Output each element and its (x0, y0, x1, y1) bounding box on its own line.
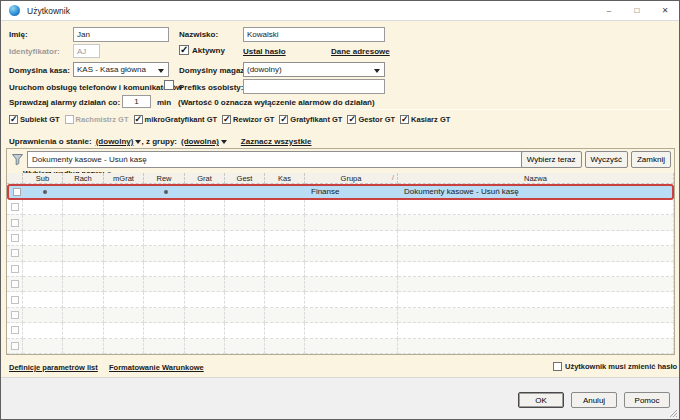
default-cash-select[interactable]: KAS - Kasa główna (73, 62, 169, 77)
row-checkbox[interactable] (11, 203, 19, 211)
table-cell (104, 308, 144, 323)
conditional-formatting-link[interactable]: Formatowanie Warunkowe (109, 363, 204, 372)
table-row[interactable] (7, 308, 674, 323)
table-row[interactable] (7, 215, 674, 230)
active-checkbox-box[interactable] (179, 45, 189, 55)
row-checkbox[interactable] (11, 342, 19, 350)
resize-grip[interactable] (669, 409, 678, 418)
list-parameters-link[interactable]: Definicje parametrów list (9, 363, 98, 372)
column-header-kas[interactable]: Kas (265, 173, 305, 184)
permissions-state-label: Uprawnienia o stanie: (9, 137, 92, 146)
address-data-link[interactable]: Dane adresowe (331, 47, 390, 56)
product-label: Gratyfikant GT (290, 115, 342, 124)
row-checkbox[interactable] (11, 234, 19, 242)
must-change-password-checkbox[interactable]: Użytkownik musi zmienić hasło (553, 362, 677, 371)
set-password-link[interactable]: Ustal hasło (243, 47, 286, 56)
maximize-button[interactable]: □ (623, 1, 651, 20)
group-dropdown-value: (dowolna) (181, 137, 219, 146)
select-all-link[interactable]: Zaznacz wszystkie (241, 137, 312, 146)
column-header-grupa[interactable]: Grupa/ (305, 173, 398, 184)
table-cell (398, 339, 674, 354)
checkbox-box[interactable] (279, 115, 288, 124)
column-header-nazwa[interactable]: Nazwa (398, 173, 674, 184)
phones-checkbox[interactable] (164, 80, 174, 90)
state-dropdown[interactable]: (dowolny) (96, 137, 142, 146)
permissions-panel: Dokumenty kasowe - Usuń kasę Wybierz ter… (6, 148, 675, 355)
column-header-mgrat[interactable]: mGrat (104, 173, 144, 184)
product-checkbox-mikrogratyfikant-gt[interactable]: mikroGratyfikant GT (134, 115, 218, 124)
user-dialog: Użytkownik – □ ✕ Imię: Jan Nazwisko: Kow… (0, 0, 680, 420)
checkbox-box[interactable] (400, 115, 409, 124)
minimize-button[interactable]: – (595, 1, 623, 20)
group-dropdown[interactable]: (dowolna) (181, 137, 227, 146)
row-checkbox[interactable] (11, 280, 19, 288)
checkbox-box[interactable] (9, 115, 18, 124)
table-cell (23, 339, 63, 354)
checkbox-box[interactable] (134, 115, 143, 124)
row-checkbox[interactable] (11, 296, 19, 304)
row-checkbox[interactable] (13, 188, 21, 196)
column-header-rew[interactable]: Rew (144, 173, 185, 184)
table-row[interactable] (7, 277, 674, 292)
table-row[interactable] (7, 246, 674, 261)
table-cell (225, 262, 265, 277)
table-row-selected[interactable]: FinanseDokumenty kasowe - Usuń kasę (7, 184, 674, 200)
product-checkbox-rewizor-gt[interactable]: Rewizor GT (222, 115, 274, 124)
table-row[interactable] (7, 323, 674, 338)
product-checkbox-kasiarz-gt[interactable]: Kasiarz GT (400, 115, 450, 124)
table-cell (104, 323, 144, 338)
table-cell (144, 323, 185, 338)
clear-button[interactable]: Wyczyść (585, 151, 628, 168)
default-cash-label: Domyślna kasa: (9, 66, 70, 75)
close-panel-button[interactable]: Zamknij (631, 151, 671, 168)
cancel-button[interactable]: Anuluj (571, 392, 617, 408)
table-cell (225, 231, 265, 246)
table-row[interactable] (7, 262, 674, 277)
table-row[interactable] (7, 339, 674, 354)
must-change-password-box[interactable] (553, 362, 562, 371)
ok-button[interactable]: OK (518, 392, 564, 408)
checkbox-box[interactable] (222, 115, 231, 124)
table-cell (265, 215, 305, 230)
column-header-rach[interactable]: Rach (63, 173, 104, 184)
select-now-button[interactable]: Wybierz teraz (521, 151, 582, 168)
row-checkbox[interactable] (11, 249, 19, 257)
active-checkbox[interactable]: Aktywny (179, 45, 225, 55)
column-header-sub[interactable]: Sub (23, 173, 63, 184)
table-cell (63, 292, 104, 307)
row-checkbox[interactable] (11, 265, 19, 273)
permission-filter-value: Dokumenty kasowe - Usuń kasę (32, 155, 147, 164)
checkbox-box[interactable] (347, 115, 356, 124)
table-cell (187, 186, 227, 198)
default-warehouse-select[interactable]: (dowolny) (243, 62, 385, 77)
column-header-checkbox[interactable] (7, 173, 23, 184)
table-cell (305, 339, 398, 354)
product-checkbox-gestor-gt[interactable]: Gestor GT (347, 115, 395, 124)
alarms-hint: (Wartość 0 oznacza wyłączenie alarmów do… (178, 98, 375, 107)
alarms-interval-input[interactable]: 1 (122, 95, 151, 108)
table-cell (398, 246, 674, 261)
table-cell (104, 231, 144, 246)
row-checkbox[interactable] (11, 311, 19, 319)
column-header-gest[interactable]: Gest (225, 173, 265, 184)
table-row[interactable] (7, 200, 674, 215)
help-button[interactable]: Pomoc (624, 392, 670, 408)
table-cell (265, 200, 305, 215)
row-checkbox[interactable] (11, 219, 19, 227)
table-row[interactable] (7, 231, 674, 246)
titlebar: Użytkownik – □ ✕ (1, 1, 679, 21)
checkbox-cell (9, 186, 25, 198)
permission-filter-combo[interactable]: Dokumenty kasowe - Usuń kasę (27, 151, 542, 168)
table-row[interactable] (7, 292, 674, 307)
table-cell (144, 246, 185, 261)
row-checkbox[interactable] (11, 326, 19, 334)
personal-prefix-input[interactable] (243, 79, 385, 94)
close-button[interactable]: ✕ (651, 1, 679, 20)
column-header-grat[interactable]: Grat (185, 173, 225, 184)
product-label: Rewizor GT (233, 115, 274, 124)
default-warehouse-value: (dowolny) (247, 65, 282, 74)
product-checkbox-subiekt-gt[interactable]: Subiekt GT (9, 115, 60, 124)
last-name-input[interactable]: Kowalski (243, 27, 385, 42)
product-checkbox-gratyfikant-gt[interactable]: Gratyfikant GT (279, 115, 342, 124)
first-name-input[interactable]: Jan (73, 27, 169, 42)
